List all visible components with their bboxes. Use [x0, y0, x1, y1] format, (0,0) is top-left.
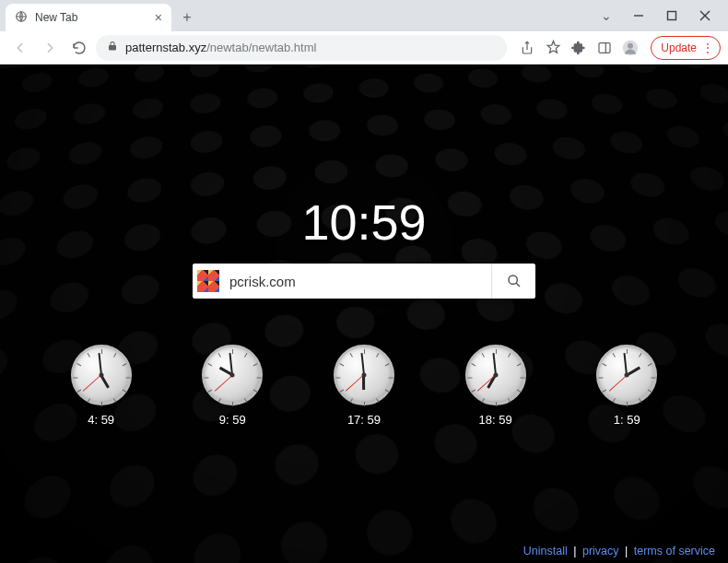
world-clock: 17: 59 [334, 345, 394, 427]
address-bar[interactable]: patternstab.xyz/newtab/newtab.html [96, 35, 507, 61]
svg-line-10 [516, 283, 520, 287]
bookmark-star-icon[interactable] [540, 35, 566, 61]
clock-face [596, 345, 657, 405]
clock-face [334, 345, 394, 405]
maximize-button[interactable] [656, 3, 687, 29]
world-clock: 18: 59 [465, 345, 526, 427]
search-button[interactable] [491, 264, 535, 299]
clock-time-label: 9: 59 [219, 413, 246, 427]
close-window-button[interactable] [689, 3, 721, 29]
minimize-button[interactable] [623, 3, 654, 29]
close-tab-icon[interactable]: × [155, 10, 162, 25]
sidepanel-icon[interactable] [592, 35, 617, 61]
clock-face [202, 345, 263, 405]
uninstall-link[interactable]: Uninstall [523, 545, 568, 557]
search-bar [193, 264, 535, 299]
terms-link[interactable]: terms of service [634, 545, 715, 557]
back-button[interactable] [7, 35, 33, 61]
footer-links: Uninstall | privacy | terms of service [523, 545, 715, 557]
clock-face [465, 345, 526, 405]
update-button[interactable]: Update ⋮ [651, 36, 721, 60]
url-text: patternstab.xyz/newtab/newtab.html [125, 41, 316, 54]
world-clocks-row: 4: 599: 5917: 5918: 591: 59 [0, 345, 728, 427]
clock-time-label: 4: 59 [88, 413, 114, 427]
clock-face [71, 345, 132, 405]
world-clock: 9: 59 [202, 345, 263, 427]
menu-dots-icon: ⋮ [702, 41, 712, 54]
browser-tab[interactable]: New Tab × [6, 4, 171, 31]
page-content: 10:59 4: 599: 5917: 5918: 591: 59 Uninst… [0, 65, 728, 563]
world-clock: 4: 59 [71, 345, 132, 427]
world-clock: 1: 59 [596, 345, 657, 427]
svg-point-8 [628, 42, 633, 48]
clock-time-label: 1: 59 [614, 413, 640, 427]
forward-button[interactable] [37, 35, 63, 61]
search-input[interactable] [224, 264, 491, 299]
tab-title: New Tab [35, 11, 77, 24]
svg-rect-5 [599, 42, 610, 53]
update-label: Update [661, 41, 697, 54]
lock-icon [107, 41, 118, 54]
chevron-down-icon[interactable]: ⌄ [601, 8, 612, 23]
svg-rect-2 [668, 12, 676, 20]
profile-icon[interactable] [617, 35, 643, 61]
clock-time-label: 18: 59 [479, 413, 512, 427]
search-icon [507, 274, 522, 288]
svg-point-9 [509, 276, 517, 284]
main-clock-time: 10:59 [301, 194, 426, 251]
search-logo-icon [193, 264, 224, 299]
globe-icon [15, 10, 28, 26]
extensions-icon[interactable] [566, 35, 592, 61]
share-icon[interactable] [514, 35, 540, 61]
browser-titlebar: New Tab × + ⌄ [0, 0, 728, 31]
browser-toolbar: patternstab.xyz/newtab/newtab.html Updat… [0, 31, 728, 65]
reload-button[interactable] [66, 35, 92, 61]
privacy-link[interactable]: privacy [582, 545, 619, 557]
clock-time-label: 17: 59 [347, 413, 381, 427]
new-tab-button[interactable]: + [175, 6, 199, 29]
